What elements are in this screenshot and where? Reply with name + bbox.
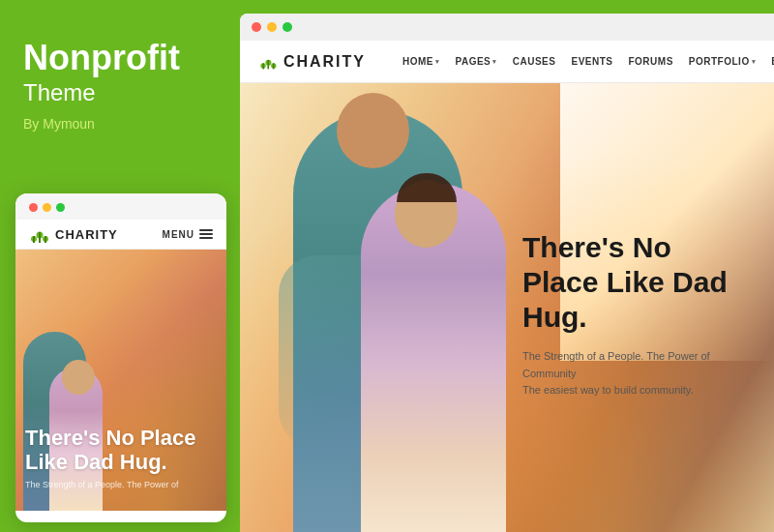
- desktop-dot-green: [283, 22, 292, 32]
- hamburger-line-3: [199, 237, 213, 239]
- nav-label-causes: CAUSES: [513, 56, 556, 67]
- desktop-hero-subtitle: The Strength of a People. The Power of C…: [522, 348, 735, 399]
- hamburger-line-1: [199, 229, 213, 231]
- mobile-hero-text: There's No Place Like Dad Hug. The Stren…: [25, 426, 217, 491]
- theme-title: Nonprofit: [23, 39, 217, 77]
- mobile-dot-yellow: [43, 203, 51, 212]
- desktop-hero-sub-line2: The easiest way to build community.: [522, 382, 735, 399]
- mobile-menu-label: MENU: [163, 229, 194, 240]
- mobile-dot-green: [56, 203, 65, 212]
- nav-label-forums: FORUMS: [628, 56, 672, 67]
- theme-subtitle: Theme: [23, 79, 217, 106]
- nav-item-forums[interactable]: FORUMS: [620, 56, 680, 67]
- nav-arrow-pages: ▾: [492, 58, 497, 66]
- desktop-preview: CHARITY HOME ▾ PAGES ▾ CAUSES EVENTS FOR…: [240, 14, 774, 532]
- desktop-titlebar: [240, 14, 774, 41]
- nav-label-pages: PAGES: [456, 56, 491, 67]
- svg-rect-4: [39, 232, 41, 243]
- desktop-nav-items: HOME ▾ PAGES ▾ CAUSES EVENTS FORUMS PORT…: [395, 56, 774, 67]
- mobile-navbar: CHARITY MENU: [15, 220, 226, 250]
- svg-rect-9: [262, 63, 264, 69]
- mobile-menu-button[interactable]: MENU: [163, 229, 213, 240]
- theme-author: By Mymoun: [23, 116, 217, 132]
- mobile-logo-icon: [29, 225, 50, 243]
- desktop-logo: CHARITY: [259, 51, 366, 73]
- mobile-hero-title: There's No Place Like Dad Hug.: [25, 426, 217, 475]
- nav-arrow-portfolio: ▾: [752, 58, 757, 66]
- mobile-titlebar: [15, 193, 226, 220]
- svg-rect-11: [273, 63, 275, 69]
- desktop-dot-yellow: [267, 22, 277, 32]
- nav-item-events[interactable]: EVENTS: [563, 56, 620, 67]
- svg-rect-10: [267, 59, 269, 68]
- desktop-hero-title: There's No Place Like Dad Hug.: [522, 230, 735, 335]
- desktop-hero: There's No Place Like Dad Hug. The Stren…: [240, 83, 774, 532]
- left-panel: Nonprofit Theme By Mymoun CHARITY: [0, 0, 240, 532]
- nav-item-pages[interactable]: PAGES ▾: [448, 56, 505, 67]
- desktop-logo-icon: [259, 51, 278, 73]
- nav-item-causes[interactable]: CAUSES: [505, 56, 564, 67]
- desktop-hero-sub-line1: The Strength of a People. The Power of C…: [522, 348, 735, 382]
- nav-item-portfolio[interactable]: PORTFOLIO ▾: [681, 56, 763, 67]
- mobile-hero-subtitle: The Strength of a People. The Power of: [25, 479, 217, 491]
- desktop-logo-text: CHARITY: [283, 53, 366, 71]
- desktop-navbar: CHARITY HOME ▾ PAGES ▾ CAUSES EVENTS FOR…: [240, 41, 774, 83]
- nav-item-home[interactable]: HOME ▾: [395, 56, 448, 67]
- mobile-hero: There's No Place Like Dad Hug. The Stren…: [15, 250, 226, 511]
- mobile-child-head: [62, 360, 95, 395]
- svg-rect-5: [45, 236, 46, 243]
- hamburger-line-2: [199, 233, 213, 235]
- desktop-hero-text: There's No Place Like Dad Hug. The Stren…: [522, 230, 735, 399]
- nav-arrow-home: ▾: [435, 58, 440, 66]
- hamburger-icon: [199, 229, 213, 239]
- mobile-preview-card: CHARITY MENU: [15, 193, 226, 522]
- nav-label-portfolio: PORTFOLIO: [689, 56, 750, 67]
- desktop-adult-head: [337, 93, 409, 168]
- svg-rect-3: [33, 236, 35, 243]
- desktop-dot-red: [252, 22, 261, 32]
- nav-label-home: HOME: [402, 56, 433, 67]
- mobile-dot-red: [29, 203, 38, 212]
- mobile-logo-text: CHARITY: [55, 227, 118, 242]
- nav-label-events: EVENTS: [571, 56, 612, 67]
- mobile-logo: CHARITY: [29, 225, 118, 243]
- nav-item-blog[interactable]: BLOG ▾: [763, 56, 774, 67]
